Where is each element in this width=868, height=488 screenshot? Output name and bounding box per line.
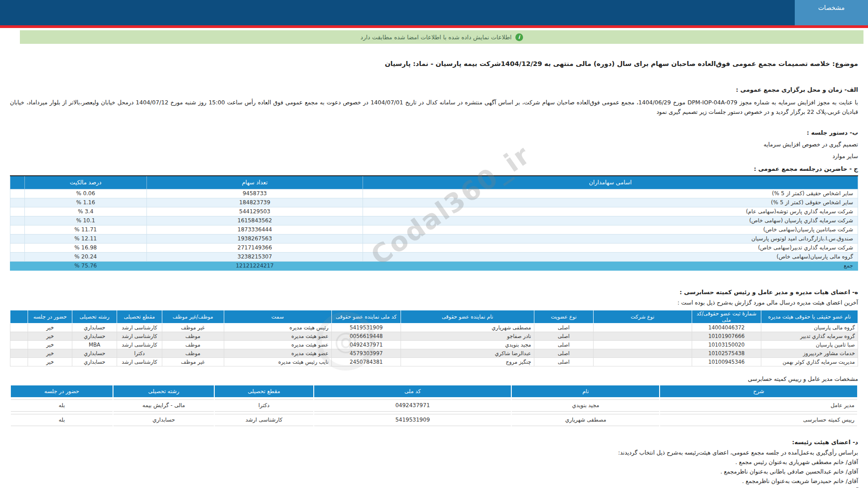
table-cell	[594, 349, 692, 357]
table-cell	[10, 349, 28, 357]
table-cell: مصطفی شهریاري	[401, 323, 534, 332]
table-cell: مدیر عامل	[660, 399, 857, 412]
table-cell: رئیس هیئت مدیره	[224, 323, 331, 332]
table-cell	[594, 357, 692, 366]
table-cell: موظف	[162, 340, 224, 349]
header-red-divider	[0, 25, 868, 28]
table-row: صندوق.س.ا.بازارگردانی امید لوتوس پارسیان…	[10, 234, 858, 243]
table-cell	[10, 332, 28, 340]
list-item: آقای/ خانم حمیدرضا شریعت به‌عنوان ناظرمج…	[10, 478, 858, 484]
table-cell: 16.98 %	[24, 243, 146, 252]
column-header: موظف/غیر موظف	[162, 310, 224, 323]
table-cell: 10103150020	[692, 340, 761, 349]
table-cell: مالی - گرایش بیمه	[113, 399, 214, 412]
table-cell: 10100945346	[692, 357, 761, 366]
column-header: تعداد سهام	[146, 176, 363, 189]
ceo-audit-table: شرحنامکد ملیمقطع تحصیلیرشته تحصیلیحضور د…	[10, 383, 858, 428]
ceo-header-row: شرحنامکد ملیمقطع تحصیلیرشته تحصیلیحضور د…	[11, 385, 857, 397]
table-cell: خیر	[28, 357, 72, 366]
table-row: شرکت سرمایه گذاري پارسیان (سهامی خاص)161…	[10, 216, 858, 225]
table-cell	[10, 234, 25, 243]
column-header: شمارۀ ثبت عضو حقوقی/کد ملی	[692, 310, 761, 323]
list-item: آقای/ خانم مصطفی شهریاری به‌عنوان رئیس م…	[10, 459, 858, 465]
notice-text: اطلاعات نمایش داده شده با اطلاعات امضا ش…	[360, 34, 511, 41]
table-cell: شرکت سرمایه گذاري تدبیر(سهامی خاص)	[363, 243, 858, 252]
table-cell: موظف	[162, 332, 224, 340]
table-cell: بله	[11, 414, 113, 426]
top-navigation-bar: مشخصات	[0, 0, 868, 25]
table-cell	[10, 225, 25, 234]
section-a-title: الف- زمان و محل برگزاری مجمع عمومی :	[10, 86, 858, 93]
board-header-row: نام عضو حقیقی یا حقوقی هیئت مدیرهشمارۀ ث…	[10, 310, 858, 323]
table-cell: مصطفی شهریاري	[512, 414, 659, 426]
table-row: مدیر عاملمجید بنویدي0492437971دکترامالی …	[11, 399, 857, 412]
table-cell: موظف	[162, 349, 224, 357]
signature-match-notice: i اطلاعات نمایش داده شده با اطلاعات امضا…	[20, 30, 863, 44]
table-cell: مجید بنویدي	[401, 340, 534, 349]
table-cell: 14004046372	[692, 323, 761, 332]
table-cell	[10, 216, 25, 225]
table-cell: 0.06 %	[24, 189, 146, 198]
table-row: شرکت صباتامین پارسیان(سهامی خاص)18733364…	[10, 225, 858, 234]
table-cell: 2717149366	[146, 243, 363, 252]
table-cell: شرکت سرمایه گذاري پارسیان (سهامی خاص)	[363, 216, 858, 225]
table-cell: 4579303997	[331, 349, 401, 357]
table-cell: حسابداري	[113, 414, 214, 426]
table-cell: اصلی	[534, 340, 593, 349]
table-cell: 0492437971	[331, 340, 401, 349]
table-cell: حسابداري	[72, 357, 117, 366]
table-cell: مجید بنویدي	[512, 399, 659, 412]
column-header: نوع عضویت	[534, 310, 593, 323]
table-cell	[10, 252, 25, 261]
table-cell: 2450784381	[331, 357, 401, 366]
section-d-intro: براساس رأی‌گیری به‌عمل‌آمده در جلسه مجمع…	[10, 449, 858, 456]
table-cell: کارشناسی ارشد	[117, 332, 162, 340]
table-row: صبا تامین پارسیان10103150020اصلیمجید بنو…	[10, 340, 858, 349]
table-cell: حسابداري	[72, 323, 117, 332]
table-cell	[10, 198, 25, 207]
ceo-table-label: مشخصات مدیر عامل و رییس کمیته حسابرسی	[10, 375, 858, 382]
table-cell: خیر	[28, 323, 72, 332]
table-cell	[594, 323, 692, 332]
table-cell: 10102575438	[692, 349, 761, 357]
column-header: نام نماینده عضو حقوقی	[401, 310, 534, 323]
table-row: گروه سرمایه گذاري تدبیر10101907666اصلینا…	[10, 332, 858, 340]
column-header	[10, 176, 25, 189]
table-cell: غیر موظف	[162, 323, 224, 332]
table-row: گروه مالی پارسیان(سهامی خاص)323821530720…	[10, 252, 858, 261]
column-header: سمت	[224, 310, 331, 323]
table-cell: شرکت صباتامین پارسیان(سهامی خاص)	[363, 225, 858, 234]
table-cell	[10, 207, 25, 216]
table-cell: 544129503	[146, 207, 363, 216]
table-cell: 1938267563	[146, 234, 363, 243]
table-cell: 5419531909	[331, 323, 401, 332]
table-cell: چنگیز مروج	[401, 357, 534, 366]
table-cell	[594, 340, 692, 349]
table-row: سایر اشخاص حقیقی (کمتر از 5 %)94587330.0…	[10, 189, 858, 198]
sum-percent: 75.76 %	[24, 261, 146, 270]
column-header: نوع شرکت	[594, 310, 692, 323]
agenda-item-1: تصمیم گیری در خصوص افزایش سرمایه	[10, 141, 858, 148]
sum-label: جمع	[363, 261, 858, 270]
table-cell: 3238215307	[146, 252, 363, 261]
column-header: مقطع تحصیلی	[117, 310, 162, 323]
tab-specifications[interactable]: مشخصات	[795, 0, 868, 28]
section-j-title: ج - حاضرین درجلسه مجمع عمومی :	[10, 165, 858, 172]
table-cell: حسابداري	[72, 349, 117, 357]
shareholders-table: اسامی سهامدارانتعداد سهامدرصد مالکیت سای…	[10, 175, 858, 271]
table-cell: خیر	[28, 349, 72, 357]
table-cell: عضو هیئت مدیره	[224, 340, 331, 349]
table-cell: 10.1 %	[24, 216, 146, 225]
table-cell: MBA	[72, 340, 117, 349]
table-cell	[10, 323, 28, 332]
column-header: حضور در جلسه	[11, 385, 113, 397]
table-cell: صندوق.س.ا.بازارگردانی امید لوتوس پارسیان	[363, 234, 858, 243]
shareholders-sum-row: جمع 12121224217 75.76 %	[10, 261, 858, 270]
section-h-subtitle: آخرین اعضای هیئت مدیره درسال مالی مورد گ…	[10, 299, 858, 306]
table-cell: 3.4 %	[24, 207, 146, 216]
table-row: گروه مالی پارسیان14004046372اصلیمصطفی شه…	[10, 323, 858, 332]
table-cell: 5419531909	[314, 414, 511, 426]
table-cell: 1.16 %	[24, 198, 146, 207]
section-h-title: ه- اعضای هیات مدیره و مدیر عامل و رئیس ک…	[10, 289, 858, 296]
table-cell: خدمات مشاور خردپیروز	[761, 349, 858, 357]
